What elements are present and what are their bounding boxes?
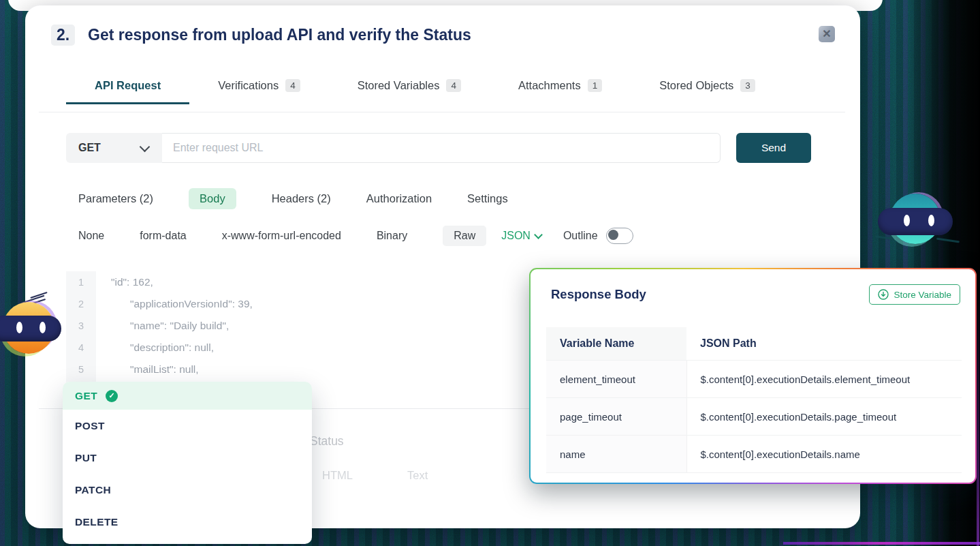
dropdown-item-patch[interactable]: PATCH	[63, 474, 312, 506]
page-title: Get response from upload API and verify …	[88, 26, 471, 44]
code-line: "applicationVersionId": 39,	[96, 293, 529, 315]
request-section-tabs: Parameters (2) Body Headers (2) Authoriz…	[78, 188, 508, 209]
dropdown-item-post[interactable]: POST	[63, 410, 312, 442]
tab-api-request[interactable]: API Request	[66, 79, 189, 104]
outline-label: Outline	[563, 230, 598, 242]
body-type-binary[interactable]: Binary	[377, 230, 407, 242]
tab-headers[interactable]: Headers (2)	[272, 192, 331, 205]
screenshot-stage: 2. Get response from upload API and veri…	[0, 0, 980, 546]
store-variable-button[interactable]: Store Variable	[869, 284, 960, 305]
table-row: element_timeout $.content[0].executionDe…	[546, 361, 962, 398]
chevron-down-icon	[534, 230, 543, 239]
store-variable-label: Store Variable	[894, 290, 951, 300]
language-select[interactable]: JSON	[501, 230, 541, 242]
dropdown-item-put[interactable]: PUT	[63, 442, 312, 474]
line-number: 2	[66, 293, 96, 315]
response-body-title: Response Body	[551, 287, 646, 302]
cell-json-path: $.content[0].executionDetails.page_timeo…	[686, 398, 962, 436]
faded-tab-html: HTML	[322, 469, 353, 482]
method-dropdown-menu: GET ✓ POST PUT PATCH DELETE	[63, 382, 312, 544]
dropdown-item-delete[interactable]: DELETE	[63, 506, 312, 538]
tab-parameters[interactable]: Parameters (2)	[78, 192, 153, 205]
code-line: "description": null,	[96, 337, 529, 359]
body-type-none[interactable]: None	[78, 230, 104, 242]
chevron-down-icon	[140, 141, 151, 152]
tab-settings[interactable]: Settings	[467, 192, 508, 205]
method-value: GET	[78, 142, 101, 154]
column-header-variable-name: Variable Name	[546, 327, 686, 361]
body-type-form-data[interactable]: form-data	[140, 230, 186, 242]
robot-eye-icon	[16, 322, 22, 333]
line-number: 1	[66, 271, 96, 293]
glitch-accent-line	[783, 542, 980, 545]
cell-variable-name: page_timeout	[546, 398, 686, 436]
selected-method-label: GET	[75, 390, 97, 402]
request-bar: GET	[66, 133, 721, 163]
response-body-panel: Response Body Store Variable Variable Na…	[531, 269, 975, 483]
line-number: 4	[66, 337, 96, 359]
tab-body[interactable]: Body	[189, 188, 236, 209]
tab-attachments[interactable]: Attachments 1	[490, 79, 631, 104]
tab-badge: 4	[285, 79, 300, 92]
line-number: 3	[66, 315, 96, 337]
url-input[interactable]	[162, 133, 721, 163]
body-type-bar: None form-data x-www-form-url-encoded Bi…	[78, 226, 633, 246]
tab-label: Attachments	[518, 79, 581, 92]
download-circle-icon	[878, 289, 889, 300]
faded-tab-text: Text	[407, 469, 428, 482]
cell-variable-name: element_timeout	[546, 361, 686, 398]
response-body-panel-border: Response Body Store Variable Variable Na…	[529, 268, 977, 484]
tab-label: Stored Objects	[659, 79, 733, 92]
tab-label: API Request	[95, 79, 161, 92]
table-row: page_timeout $.content[0].executionDetai…	[546, 398, 962, 436]
code-line: "name": "Daily build",	[96, 315, 529, 337]
tab-badge: 3	[740, 79, 755, 92]
tab-stored-variables[interactable]: Stored Variables 4	[329, 79, 490, 104]
language-value: JSON	[501, 230, 531, 242]
step-number: 2.	[51, 25, 75, 46]
table-row: name $.content[0].executionDetails.name	[546, 436, 962, 473]
request-body-editor[interactable]: 1 2 3 4 5 "id": 162, "applicationVersion…	[66, 271, 529, 387]
tab-badge: 4	[446, 79, 461, 92]
line-number-gutter: 1 2 3 4 5	[66, 271, 96, 387]
table-header-row: Variable Name JSON Path	[546, 327, 962, 361]
tab-label: Stored Variables	[358, 79, 440, 92]
outline-toggle[interactable]	[606, 228, 633, 244]
code-line: "mailList": null,	[96, 359, 529, 380]
cell-json-path: $.content[0].executionDetails.name	[686, 436, 962, 473]
body-type-raw[interactable]: Raw	[443, 226, 486, 246]
body-type-urlencoded[interactable]: x-www-form-url-encoded	[222, 230, 341, 242]
tab-divider	[39, 112, 845, 112]
robot-mascot-right	[883, 192, 948, 249]
cell-json-path: $.content[0].executionDetails.element_ti…	[686, 361, 962, 398]
close-button[interactable]: ✕	[819, 26, 835, 42]
robot-eye-icon	[39, 322, 46, 333]
robot-mascot-left	[0, 299, 59, 357]
robot-visor-icon	[0, 316, 61, 342]
tab-label: Verifications	[218, 79, 279, 92]
toggle-knob	[608, 230, 618, 240]
tab-authorization[interactable]: Authorization	[366, 192, 432, 205]
column-header-json-path: JSON Path	[686, 327, 962, 361]
robot-eye-icon	[904, 215, 910, 226]
dropdown-item-get[interactable]: GET ✓	[63, 382, 312, 410]
faded-status-heading: Status	[310, 434, 344, 449]
code-line: "id": 162,	[96, 271, 529, 293]
check-icon: ✓	[106, 390, 118, 402]
robot-eye-icon	[928, 215, 934, 226]
robot-visor-icon	[878, 208, 953, 235]
code-lines: "id": 162, "applicationVersionId": 39, "…	[96, 271, 529, 387]
tab-verifications[interactable]: Verifications 4	[189, 79, 328, 104]
stored-variables-table: Variable Name JSON Path element_timeout …	[546, 327, 962, 473]
send-button[interactable]: Send	[736, 133, 811, 163]
glitch-accent-line-vertical	[977, 293, 979, 546]
close-icon: ✕	[822, 29, 831, 40]
tab-badge: 1	[588, 79, 603, 92]
tab-stored-objects[interactable]: Stored Objects 3	[631, 79, 784, 104]
method-select[interactable]: GET	[66, 133, 162, 163]
outline-control: Outline	[563, 228, 633, 244]
line-number: 5	[66, 359, 96, 380]
main-tab-bar: API Request Verifications 4 Stored Varia…	[66, 79, 784, 104]
cell-variable-name: name	[546, 436, 686, 473]
